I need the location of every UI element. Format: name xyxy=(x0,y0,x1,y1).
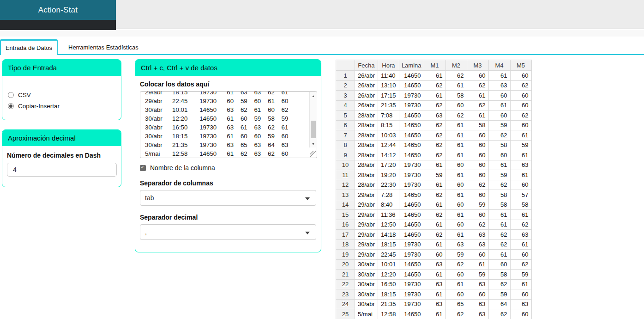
table-cell[interactable]: 61 xyxy=(424,270,445,280)
table-cell[interactable]: 58 xyxy=(488,190,510,200)
table-cell[interactable]: 60 xyxy=(445,160,467,170)
table-cell[interactable]: 58 xyxy=(488,200,510,210)
table-cell[interactable]: 26/abr xyxy=(355,91,378,101)
table-cell[interactable]: 61 xyxy=(445,140,467,150)
table-cell[interactable]: 29/abr xyxy=(355,220,378,230)
table-cell[interactable]: 62 xyxy=(424,130,445,141)
decimals-input[interactable] xyxy=(7,163,117,177)
table-cell[interactable]: 61 xyxy=(467,91,488,101)
table-cell[interactable]: 59 xyxy=(467,200,488,210)
table-cell[interactable]: 12:20 xyxy=(378,270,399,280)
table-cell[interactable]: 62 xyxy=(488,239,510,250)
table-cell[interactable]: 62 xyxy=(510,259,531,270)
table-cell[interactable]: 63 xyxy=(510,160,531,170)
table-cell[interactable]: 60 xyxy=(467,150,488,160)
scroll-up-icon[interactable]: ▲ xyxy=(310,92,317,99)
table-cell[interactable]: 63 xyxy=(467,230,488,240)
table-cell[interactable]: 61 xyxy=(445,130,467,141)
table-cell[interactable]: 62 xyxy=(424,210,445,220)
table-cell[interactable]: 61 xyxy=(445,279,467,289)
table-cell[interactable]: 60 xyxy=(467,140,488,150)
table-cell[interactable]: 30/abr xyxy=(355,259,378,270)
table-cell[interactable]: 60 xyxy=(445,100,467,110)
table-cell[interactable]: 62 xyxy=(424,140,445,150)
table-cell[interactable]: 14650 xyxy=(399,200,424,210)
table-cell[interactable]: 19730 xyxy=(399,170,424,180)
table-cell[interactable]: 62 xyxy=(467,220,488,230)
table-cell[interactable]: 61 xyxy=(510,150,531,160)
table-cell[interactable]: 14650 xyxy=(399,150,424,160)
table-cell[interactable]: 65 xyxy=(445,299,467,309)
table-cell[interactable]: 61 xyxy=(424,289,445,300)
decimal-separator-dropdown[interactable]: , xyxy=(140,224,316,240)
table-cell[interactable]: 28/abr xyxy=(355,180,378,190)
table-cell[interactable]: 61 xyxy=(445,230,467,240)
table-cell[interactable]: 59 xyxy=(488,120,510,130)
table-cell[interactable]: 64 xyxy=(488,299,510,309)
table-cell[interactable]: 60 xyxy=(424,250,445,260)
table-cell[interactable]: 59 xyxy=(445,250,467,260)
table-cell[interactable]: 26/abr xyxy=(355,100,378,110)
scroll-down-icon[interactable]: ▼ xyxy=(310,141,317,147)
table-cell[interactable]: 62 xyxy=(467,100,488,110)
table-cell[interactable]: 14650 xyxy=(399,259,424,270)
table-cell[interactable]: 22:45 xyxy=(378,250,399,260)
tab-herramientas-estadisticas[interactable]: Herramientas Estadísticas xyxy=(58,39,138,55)
table-cell[interactable]: 14650 xyxy=(399,71,424,81)
table-cell[interactable]: 8:15 xyxy=(378,120,399,130)
table-cell[interactable]: 14650 xyxy=(399,220,424,230)
table-cell[interactable]: 60 xyxy=(445,200,467,210)
table-cell[interactable]: 60 xyxy=(488,150,510,160)
table-cell[interactable]: 28/abr xyxy=(355,170,378,180)
table-cell[interactable]: 61 xyxy=(424,309,445,319)
table-cell[interactable]: 62 xyxy=(424,120,445,130)
table-cell[interactable]: 18:15 xyxy=(378,289,399,300)
table-cell[interactable]: 29/abr xyxy=(355,230,378,240)
table-cell[interactable]: 60 xyxy=(510,180,531,190)
table-cell[interactable]: 58 xyxy=(488,140,510,150)
paste-textarea[interactable]: 29/abr 18:15 19730 61 63 63 62 61 29/abr… xyxy=(140,92,317,158)
table-cell[interactable]: 61 xyxy=(445,170,467,180)
table-cell[interactable]: 60 xyxy=(510,120,531,130)
table-cell[interactable]: 60 xyxy=(467,160,488,170)
table-cell[interactable]: 21:35 xyxy=(378,100,399,110)
table-cell[interactable]: 28/abr xyxy=(355,160,378,170)
table-cell[interactable]: 61 xyxy=(424,200,445,210)
tab-entrada-de-datos[interactable]: Entrada de Datos xyxy=(0,39,58,55)
table-cell[interactable]: 8:40 xyxy=(378,200,399,210)
table-cell[interactable]: 61 xyxy=(445,210,467,220)
table-cell[interactable]: 63 xyxy=(510,230,531,240)
table-cell[interactable]: 63 xyxy=(424,110,445,121)
table-cell[interactable]: 61 xyxy=(445,80,467,91)
table-cell[interactable]: 11:40 xyxy=(378,71,399,81)
table-cell[interactable]: 61 xyxy=(424,71,445,81)
table-cell[interactable]: 26/abr xyxy=(355,71,378,81)
table-cell[interactable]: 60 xyxy=(510,289,531,300)
table-cell[interactable]: 29/abr xyxy=(355,210,378,220)
table-cell[interactable]: 62 xyxy=(445,309,467,319)
column-name-checkbox-row[interactable]: Nombre de la columna xyxy=(140,164,316,172)
table-cell[interactable]: 61 xyxy=(510,239,531,250)
table-cell[interactable]: 5/mai xyxy=(355,309,378,319)
table-cell[interactable]: 14650 xyxy=(399,110,424,121)
table-cell[interactable]: 63 xyxy=(488,80,510,91)
table-cell[interactable]: 60 xyxy=(445,270,467,280)
table-cell[interactable]: 62 xyxy=(488,279,510,289)
table-cell[interactable]: 14650 xyxy=(399,80,424,91)
table-cell[interactable]: 28/abr xyxy=(355,110,378,121)
table-cell[interactable]: 7:28 xyxy=(378,190,399,200)
table-cell[interactable]: 60 xyxy=(510,309,531,319)
table-cell[interactable]: 60 xyxy=(467,250,488,260)
table-cell[interactable]: 60 xyxy=(467,130,488,141)
table-cell[interactable]: 63 xyxy=(424,299,445,309)
table-cell[interactable]: 59 xyxy=(510,270,531,280)
column-separator-dropdown[interactable]: tab xyxy=(140,190,316,206)
table-cell[interactable]: 60 xyxy=(445,289,467,300)
table-cell[interactable]: 60 xyxy=(488,110,510,121)
table-cell[interactable]: 10:01 xyxy=(378,259,399,270)
table-cell[interactable]: 61 xyxy=(510,210,531,220)
table-cell[interactable]: 10:03 xyxy=(378,130,399,141)
table-cell[interactable]: 61 xyxy=(445,150,467,160)
table-cell[interactable]: 14650 xyxy=(399,270,424,280)
table-cell[interactable]: 62 xyxy=(467,80,488,91)
